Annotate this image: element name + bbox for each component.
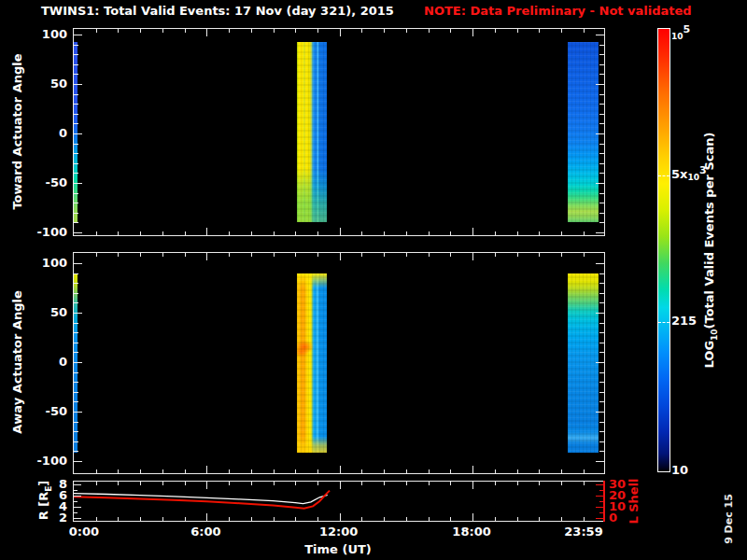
lshell-tick [596, 507, 603, 508]
tick [340, 253, 341, 260]
tick [74, 302, 78, 303]
tick [384, 231, 385, 235]
tick [450, 231, 451, 235]
tick [74, 441, 78, 442]
tick [140, 253, 141, 257]
angle-tick-label: 100 [26, 27, 67, 41]
tick [251, 517, 252, 521]
angle-tick-label: 50 [26, 77, 67, 91]
tick [539, 469, 540, 473]
tick [162, 517, 163, 521]
tick [472, 253, 473, 260]
tick [561, 469, 562, 473]
data-band-toward-1008 [297, 42, 327, 222]
time-tick-label: 23:59 [556, 525, 612, 539]
colorbar-tick [658, 175, 669, 176]
tick [74, 352, 78, 353]
tick [599, 431, 604, 432]
tick [140, 517, 141, 521]
tick [206, 513, 207, 521]
tick [96, 469, 97, 473]
tick [185, 29, 186, 33]
colorbar-tick-text: 5x [671, 167, 687, 181]
tick [74, 496, 81, 497]
tick [74, 518, 81, 519]
tick [317, 469, 318, 473]
tick [74, 283, 78, 284]
tick [74, 45, 78, 46]
tick [74, 173, 78, 174]
colorbar-title-sub: 10 [710, 329, 719, 341]
tick [74, 401, 78, 402]
tick [74, 35, 82, 35]
tick [140, 29, 141, 33]
tick [539, 231, 540, 235]
tick [361, 29, 362, 33]
tick [206, 228, 207, 235]
tick [584, 231, 585, 235]
tick [384, 29, 385, 33]
colorbar-title-text: LOG [702, 341, 716, 369]
tick [74, 362, 82, 363]
lshell-tick-label: 0 [609, 511, 633, 525]
tick [599, 144, 604, 145]
tick [96, 231, 97, 235]
tick [539, 253, 540, 257]
tick [361, 469, 362, 473]
tick [384, 482, 385, 485]
tick [74, 293, 78, 294]
tick [96, 29, 97, 33]
tick [384, 517, 385, 521]
angle-tick-label: 0 [26, 126, 67, 140]
tick [596, 412, 604, 413]
angle-tick-label: -50 [26, 404, 67, 418]
lshell-axis-line [603, 481, 605, 522]
lshell-tick [599, 501, 603, 502]
tick [74, 74, 78, 75]
tick [596, 313, 604, 314]
tick [599, 173, 604, 174]
tick [74, 222, 78, 223]
colorbar-tick-label: 5x103 [671, 167, 707, 181]
tick [599, 401, 604, 402]
tick [118, 482, 119, 485]
band-texture [297, 42, 327, 222]
colorbar-tick-text: 215 [671, 314, 697, 328]
tick [74, 94, 78, 95]
tick [472, 228, 473, 235]
tick [295, 231, 296, 235]
tick [599, 352, 604, 353]
tick [274, 253, 275, 257]
tick [599, 372, 604, 373]
tick [561, 253, 562, 257]
tick [584, 253, 585, 257]
tick [317, 517, 318, 521]
tick [495, 231, 496, 235]
tick [599, 123, 604, 124]
tick [229, 469, 230, 473]
tick [561, 231, 562, 235]
tick [74, 484, 81, 485]
lshell-tick [596, 484, 603, 485]
colorbar-title-rest: (Total Valid Events per Scan) [702, 133, 716, 329]
tick [74, 501, 78, 502]
tick [74, 431, 78, 432]
tick [599, 323, 604, 324]
tick [599, 64, 604, 65]
angle-tick-label: -100 [26, 225, 67, 239]
colorbar-tick-text: 5 [684, 23, 691, 35]
tick [517, 482, 518, 485]
band-texture [568, 42, 599, 222]
tick [429, 469, 430, 473]
tick [229, 231, 230, 235]
tick [96, 482, 97, 485]
tick [96, 253, 97, 257]
tick [599, 392, 604, 393]
tick [584, 469, 585, 473]
tick [599, 293, 604, 294]
lshell-tick [596, 496, 603, 497]
tick [361, 231, 362, 235]
tick [429, 29, 430, 33]
band-texture [568, 273, 599, 453]
tick [599, 382, 604, 383]
